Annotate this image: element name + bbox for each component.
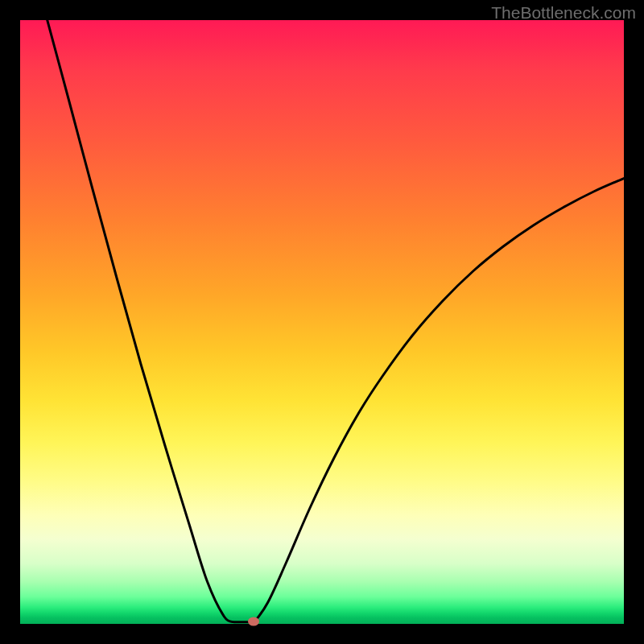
watermark-text: TheBottleneck.com: [491, 3, 636, 23]
minimum-marker: [248, 617, 259, 626]
bottleneck-curve: [20, 20, 624, 624]
plot-area: [20, 20, 624, 624]
chart-frame: TheBottleneck.com: [0, 0, 644, 644]
